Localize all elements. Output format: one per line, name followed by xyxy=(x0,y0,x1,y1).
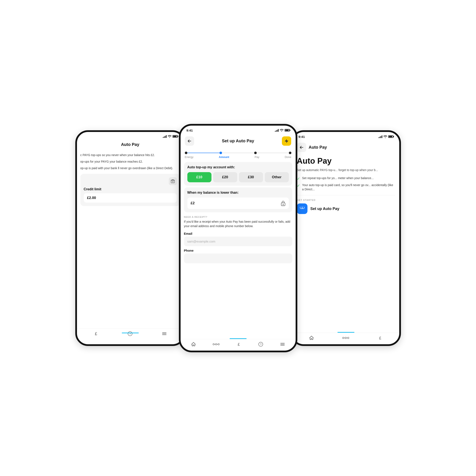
center-nav-home[interactable] xyxy=(191,342,196,347)
setup-btn-text: Set up Auto Pay xyxy=(310,207,340,211)
step-label-pay: Pay xyxy=(255,155,259,159)
amount-btn-20[interactable]: £20 xyxy=(213,172,237,182)
step-line-1 xyxy=(187,153,220,153)
left-page-title: Auto Pay xyxy=(121,142,139,147)
center-bottom-wrapper: £ ? xyxy=(181,339,296,351)
wifi-icon xyxy=(168,135,171,138)
right-page-title: Auto Pay xyxy=(297,157,395,166)
svg-point-12 xyxy=(213,343,214,345)
left-status-bar xyxy=(77,132,184,139)
right-back-button[interactable] xyxy=(297,143,306,152)
left-body-text-3: op-up is paid with your bank ll never go… xyxy=(80,166,180,170)
right-bottom-indicator xyxy=(338,332,354,333)
svg-point-26 xyxy=(348,337,349,339)
center-time: 9:41 xyxy=(187,129,193,132)
signal-icon xyxy=(163,135,167,138)
check-text-2: Your auto top-up is paid card, so you'll… xyxy=(302,183,395,191)
nav-item-menu[interactable] xyxy=(162,331,167,336)
right-wifi-icon xyxy=(383,135,387,138)
left-bottom-area: £ ? xyxy=(77,328,184,344)
battery-icon xyxy=(172,135,178,138)
center-phone: 9:41 xyxy=(179,124,297,352)
step-label-energy: Energy xyxy=(185,155,193,159)
right-nav-home[interactable] xyxy=(309,335,314,340)
center-bottom-nav: £ ? xyxy=(181,339,296,351)
center-nav-help[interactable]: ? xyxy=(258,342,263,347)
check-mark-1: ✓ xyxy=(297,176,300,181)
setup-autopay-button[interactable]: Set up Auto Pay xyxy=(297,204,395,214)
amount-btn-other[interactable]: Other xyxy=(265,172,289,182)
center-header-title: Set up Auto Pay xyxy=(222,138,254,143)
right-battery-icon xyxy=(388,135,393,138)
right-header-title: Auto Pay xyxy=(309,145,327,150)
center-nav-account[interactable]: £ xyxy=(236,342,241,347)
step-label-done: Done xyxy=(285,155,291,159)
steps-labels: Energy Amount Pay Done xyxy=(185,155,291,159)
phone-input[interactable] xyxy=(184,254,292,263)
svg-text:£: £ xyxy=(238,342,240,347)
left-content: c PAYG top-ups so you never when your ba… xyxy=(77,150,184,209)
nav-item-money[interactable]: £ xyxy=(93,331,99,336)
step-line-3 xyxy=(257,153,289,153)
balance-value: £2 xyxy=(191,201,195,205)
svg-text:£: £ xyxy=(379,336,381,340)
center-nav-menu[interactable] xyxy=(280,342,285,347)
delete-icon[interactable] xyxy=(169,177,177,185)
right-nav-account[interactable]: £ xyxy=(378,335,383,340)
right-content: Auto Pay Set up automatic PAYG top-u... … xyxy=(293,154,399,216)
check-mark-2: ✓ xyxy=(297,183,300,188)
steps-container: Energy Amount Pay Done xyxy=(181,148,296,160)
left-bottom-nav: £ ? xyxy=(77,328,184,340)
step-dot-done xyxy=(289,152,291,154)
center-back-button[interactable] xyxy=(185,136,194,146)
amount-options: £10 £20 £30 Other xyxy=(187,172,289,182)
center-status-icons xyxy=(275,129,290,132)
right-signal-icon xyxy=(378,135,382,138)
credit-limit-value: £2.00 xyxy=(84,193,177,203)
left-header: Auto Pay xyxy=(77,139,184,150)
receipt-section: NEED A RECEIPT? If you'd like a receipt … xyxy=(181,214,296,232)
right-time: 9:41 xyxy=(299,135,305,138)
bottom-indicator xyxy=(122,333,139,333)
amount-btn-30[interactable]: £30 xyxy=(239,172,263,182)
right-body-text: Set up automatic PAYG top-u... forget to… xyxy=(297,168,395,172)
step-dot-pay xyxy=(254,152,257,154)
autopay-icon xyxy=(297,204,307,214)
email-label: Email xyxy=(181,232,296,235)
balance-input-row: £2 xyxy=(187,198,289,209)
email-input[interactable]: sam@example.com xyxy=(184,237,292,246)
nav-item-help[interactable]: ? xyxy=(128,331,133,336)
lock-icon xyxy=(281,201,286,206)
svg-point-25 xyxy=(345,337,347,339)
right-nav-usage[interactable] xyxy=(342,336,349,340)
center-battery-icon xyxy=(285,129,290,132)
svg-text:?: ? xyxy=(260,343,261,346)
credit-limit-title: Credit limit xyxy=(84,187,177,191)
get-started-label: GET STARTED xyxy=(297,195,395,201)
receipt-label: NEED A RECEIPT? xyxy=(184,216,292,218)
balance-card: When my balance is lower than: £2 xyxy=(184,187,292,212)
credit-card: Credit limit £2.00 xyxy=(80,174,180,206)
check-item-1: ✓ Set repeat top-ups for yo... meter whe… xyxy=(297,176,395,181)
center-action-button[interactable] xyxy=(282,136,291,146)
left-body-text-2: op-ups for your PAYG your balance reache… xyxy=(80,159,180,164)
center-nav-usage[interactable] xyxy=(213,342,220,346)
check-text-1: Set repeat top-ups for yo... meter when … xyxy=(302,176,374,180)
topup-card-title: Auto top-up my account with: xyxy=(187,165,289,169)
svg-point-24 xyxy=(342,337,344,339)
right-bottom-nav: £ xyxy=(293,333,399,344)
left-phone: Auto Pay c PAYG top-ups so you never whe… xyxy=(75,130,185,346)
right-status-icons xyxy=(378,135,393,138)
amount-btn-10[interactable]: £10 xyxy=(187,172,211,182)
step-dot-amount xyxy=(220,152,222,154)
step-line-2 xyxy=(222,153,254,153)
scene: Auto Pay c PAYG top-ups so you never whe… xyxy=(0,0,476,476)
svg-point-13 xyxy=(216,343,217,345)
right-phone: 9:41 xyxy=(291,130,401,346)
right-status-bar: 9:41 xyxy=(293,132,399,140)
topup-card: Auto top-up my account with: £10 £20 £30… xyxy=(184,162,292,186)
center-header: Set up Auto Pay xyxy=(181,134,296,148)
step-dot-energy xyxy=(185,152,187,154)
center-scroll-area: Auto top-up my account with: £10 £20 £30… xyxy=(181,160,296,339)
right-bottom-wrapper: £ xyxy=(293,333,399,344)
